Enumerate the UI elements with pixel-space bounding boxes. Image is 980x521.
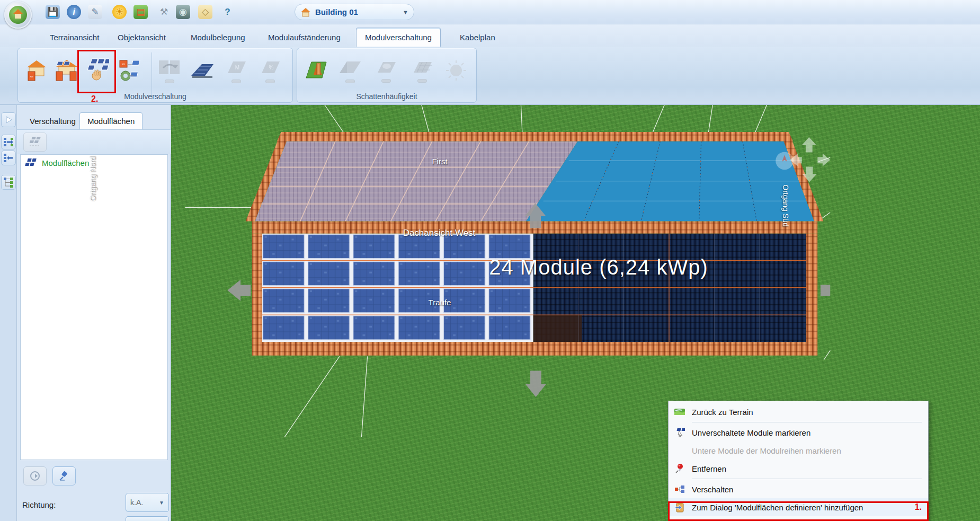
remove-pin-icon [674, 463, 685, 474]
terrain-icon[interactable]: ▤ [133, 5, 148, 19]
chevron-down-icon: ▼ [403, 9, 408, 15]
camera-icon[interactable]: ◉ [176, 5, 190, 19]
svg-text:≂: ≂ [30, 74, 34, 79]
package-icon[interactable]: ◇ [198, 5, 212, 19]
schatten-modulflaeche-button[interactable] [407, 52, 437, 89]
modulflaechen-tool-button[interactable] [23, 133, 47, 152]
menu-item-entfernen[interactable]: Entfernen [669, 460, 928, 478]
tab-modulbelegung[interactable]: Modulbelegung [182, 28, 254, 47]
verschaltung-drehen-button[interactable] [155, 52, 184, 89]
rear-roof-modules [255, 142, 577, 222]
menu-separator [692, 479, 922, 479]
sonne-button[interactable] [441, 52, 471, 89]
annotation-1: 1. [915, 502, 922, 512]
left-tool-strip [0, 105, 17, 521]
modules-icon [25, 158, 38, 167]
eaves-arrow-down[interactable] [525, 371, 546, 398]
terrain-icon [674, 407, 685, 417]
menu-item-untere-module-markieren[interactable]: Untere Module der Modulreihen markieren [669, 441, 928, 460]
app-logo [9, 6, 27, 24]
svg-text:≂: ≂ [121, 61, 126, 67]
tab-kabelplan[interactable]: Kabelplan [451, 28, 504, 47]
info-icon[interactable]: i [67, 5, 81, 19]
modulflaeche-m-button[interactable]: M [221, 52, 251, 89]
sidebar-panel: Verschaltung Modulflächen Modulflächen R… [17, 105, 171, 521]
tree-structure-button[interactable] [1, 175, 16, 190]
save-icon[interactable]: 💾 [46, 5, 60, 19]
annotation-2: 2. [91, 94, 98, 104]
building-selector[interactable]: Building 01 ▼ [295, 4, 414, 20]
menu-item-zum-dialog-hinzufuegen[interactable]: Zum Dialog 'Modulflächen definieren' hin… [669, 498, 928, 516]
tree-item-modulflaechen[interactable]: Modulflächen [21, 155, 167, 171]
sidebar-tab-verschaltung[interactable]: Verschaltung [22, 112, 83, 129]
building-selector-value: Building 01 [315, 7, 358, 16]
direction-value: k.A. [130, 498, 143, 507]
interconnect-icon [674, 484, 685, 494]
sidebar-tab-modulflaechen[interactable]: Modulflächen [79, 112, 142, 129]
view-tab-bar: Terrainansicht Objektansicht Modulbelegu… [0, 24, 980, 47]
gable-arrow-left[interactable] [227, 280, 251, 301]
menu-separator [692, 422, 922, 422]
rotate-direction-button[interactable] [23, 466, 47, 485]
west-roof-right-band [806, 234, 818, 342]
menu-item-verschalten[interactable]: Verschalten [669, 480, 928, 498]
ribbon-group-schattenhaeufigkeit: Schattenhäufigkeit [297, 48, 477, 103]
report-icon[interactable]: ✎ [88, 5, 102, 19]
import-list-button[interactable] [1, 151, 16, 165]
sidebar-toolbar [17, 129, 171, 154]
hovered-roof-region[interactable] [533, 315, 582, 342]
ribbon-group-label: Modulverschaltung [18, 92, 292, 101]
eaves-band [252, 342, 818, 356]
building-icon [300, 7, 311, 17]
tab-modulaufstaenderung[interactable]: Modulaufständerung [260, 28, 349, 47]
ribbon-group-label: Schattenhäufigkeit [297, 92, 476, 101]
tools-icon[interactable]: ⚒ [157, 5, 171, 19]
west-roof-left-band [252, 234, 262, 342]
chevron-down-icon: ▼ [159, 500, 164, 506]
pin-button[interactable] [52, 466, 76, 485]
direction-select[interactable]: k.A. ▼ [126, 493, 169, 512]
roof-top-edge-band [277, 132, 793, 142]
context-menu: Zurück zu Terrain Unverschaltete Module … [668, 401, 929, 521]
export-list-button[interactable] [1, 135, 16, 149]
sun-icon[interactable]: ☀ [112, 5, 127, 19]
schattenhaeufigkeit-anzeigen-button[interactable] [301, 52, 331, 89]
verschaltung-haus-button[interactable]: ≂ [22, 52, 51, 89]
modulflaeche-prozent-button[interactable]: % [255, 52, 285, 89]
menu-item-zurueck-zu-terrain[interactable]: Zurück zu Terrain [669, 403, 928, 421]
add-to-dialog-icon [674, 502, 685, 513]
annotation-box-2 [77, 50, 116, 93]
tree-item-label: Modulflächen [42, 158, 89, 167]
verschaltung-automatisch-button[interactable]: ≂ [116, 52, 146, 89]
svg-text:%: % [269, 65, 274, 70]
application-window: 💾 i ✎ ☀ ▤ ⚒ ◉ ◇ ? Building 01 ▼ Terraina… [0, 0, 980, 521]
direction-label: Richtung: [22, 500, 56, 509]
ribbon: ≂ ≂ M % [0, 47, 980, 105]
menu-item-unverschaltete-markieren[interactable]: Unverschaltete Module markieren [669, 423, 928, 441]
schatten-dach-button[interactable] [371, 52, 401, 89]
aufgestaenderte-module-button[interactable] [188, 52, 217, 89]
select-modules-icon [674, 427, 685, 438]
modulflaechen-tree: Modulflächen [20, 154, 168, 460]
ribbon-group-modulverschaltung: ≂ ≂ M % [17, 48, 293, 103]
play-button[interactable] [1, 112, 16, 127]
quick-access-toolbar: 💾 i ✎ ☀ ▤ ⚒ ◉ ◇ ? Building 01 ▼ [0, 0, 980, 24]
second-select-partial[interactable] [126, 516, 169, 521]
help-icon[interactable]: ? [220, 5, 235, 19]
tab-objektansicht[interactable]: Objektansicht [109, 28, 174, 47]
schatten-aufstaenderung-button[interactable] [335, 52, 365, 89]
application-menu-button[interactable] [4, 1, 32, 29]
svg-text:M: M [235, 65, 239, 70]
tab-terrainansicht[interactable]: Terrainansicht [41, 28, 108, 47]
gable-arrow-right[interactable] [821, 285, 830, 296]
sidebar-bottom-panel: Richtung: k.A. ▼ [17, 460, 171, 521]
tab-modulverschaltung[interactable]: Modulverschaltung [356, 28, 441, 47]
